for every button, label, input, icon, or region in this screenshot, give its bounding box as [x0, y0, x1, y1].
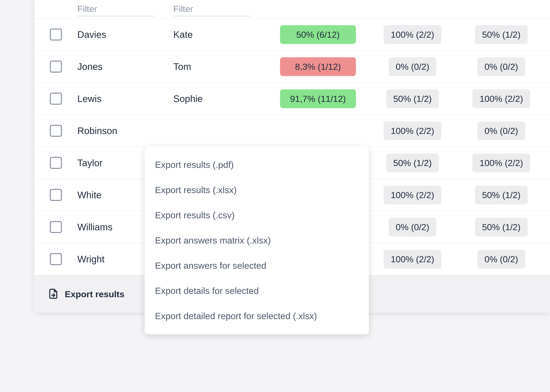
score-badge: 50% (1/2)	[475, 218, 528, 237]
last-name: Taylor	[77, 157, 103, 168]
table-row: JonesTom8,3% (1/12)0% (0/2)0% (0/2)	[34, 51, 550, 83]
last-name: Wright	[77, 254, 104, 265]
last-name: Davies	[77, 29, 106, 40]
score-badge: 0% (0/2)	[477, 250, 525, 269]
export-menu-item[interactable]: Export results (.pdf)	[145, 152, 369, 177]
first-name: Sophie	[173, 93, 203, 104]
score-badge: 0% (0/2)	[477, 121, 525, 140]
score-badge: 50% (6/12)	[280, 25, 356, 44]
score-badge: 8,3% (1/12)	[280, 57, 356, 76]
table-row: DaviesKate50% (6/12)100% (2/2)50% (1/2)	[34, 19, 550, 51]
last-name: White	[77, 189, 102, 200]
score-badge: 0% (0/2)	[389, 218, 436, 237]
row-checkbox[interactable]	[50, 125, 62, 137]
export-menu-item[interactable]: Export details for selected	[145, 278, 369, 303]
last-name: Williams	[77, 222, 112, 232]
last-name: Jones	[77, 61, 103, 72]
row-checkbox[interactable]	[50, 253, 62, 265]
first-name: Kate	[173, 29, 193, 40]
table-row: LewisSophie91,7% (11/12)50% (1/2)100% (2…	[34, 83, 550, 115]
export-menu-item[interactable]: Export results (.csv)	[145, 203, 369, 228]
row-checkbox[interactable]	[50, 61, 62, 73]
score-badge: 50% (1/2)	[475, 186, 528, 204]
score-badge: 50% (1/2)	[386, 89, 439, 108]
first-name: Tom	[173, 61, 191, 72]
export-menu-item[interactable]: Export answers for selected	[145, 253, 369, 278]
score-badge: 50% (1/2)	[475, 25, 528, 44]
export-results-button[interactable]: Export results	[47, 275, 142, 313]
score-badge: 100% (2/2)	[472, 89, 530, 108]
table-row: Robinson100% (2/2)0% (0/2)	[34, 115, 550, 147]
export-menu: Export results (.pdf)Export results (.xl…	[145, 146, 369, 334]
score-badge: 100% (2/2)	[383, 25, 441, 44]
row-checkbox[interactable]	[50, 157, 62, 169]
export-results-label: Export results	[65, 289, 125, 299]
score-badge: 100% (2/2)	[472, 154, 530, 172]
export-menu-item[interactable]: Export results (.xlsx)	[145, 177, 369, 203]
score-badge: 0% (0/2)	[389, 57, 436, 76]
filter-lastname-input[interactable]	[77, 3, 155, 16]
table-header-row	[34, 0, 550, 19]
score-badge: 100% (2/2)	[383, 186, 441, 204]
export-menu-item[interactable]: Export detailed report for selected (.xl…	[145, 303, 369, 329]
export-menu-item[interactable]: Export answers matrix (.xlsx)	[145, 228, 369, 253]
score-badge: 0% (0/2)	[477, 57, 525, 76]
score-badge: 91,7% (11/12)	[280, 89, 356, 108]
score-badge: 50% (1/2)	[386, 154, 439, 172]
row-checkbox[interactable]	[50, 28, 62, 41]
export-icon	[47, 288, 59, 300]
row-checkbox[interactable]	[50, 189, 62, 201]
last-name: Lewis	[77, 93, 102, 104]
row-checkbox[interactable]	[50, 93, 62, 105]
score-badge: 100% (2/2)	[383, 121, 441, 140]
score-badge: 100% (2/2)	[383, 250, 441, 269]
last-name: Robinson	[77, 125, 117, 136]
filter-firstname-input[interactable]	[173, 3, 251, 16]
row-checkbox[interactable]	[50, 221, 62, 233]
